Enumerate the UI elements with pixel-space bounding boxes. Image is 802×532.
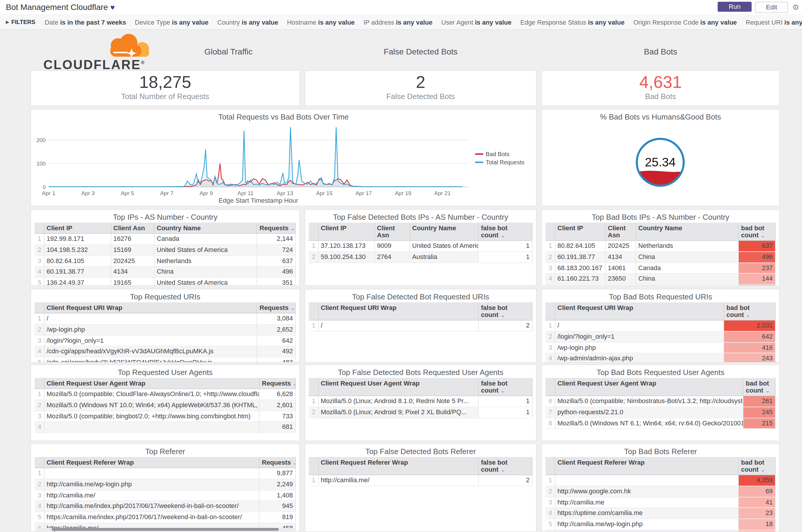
cell[interactable]: 11 (739, 530, 775, 532)
filter-item[interactable]: IP address is any value (363, 19, 433, 26)
cell[interactable]: 136.24.49.37 (44, 278, 111, 286)
column-header[interactable]: Client Asn (111, 223, 154, 233)
cell[interactable]: 1,408 (259, 490, 295, 501)
column-header[interactable]: Client Asn (605, 223, 636, 241)
column-header[interactable]: false bot count⌄ (478, 223, 532, 241)
cell[interactable]: 2,249 (259, 479, 295, 490)
sort-descending-icon[interactable]: ⌄ (760, 232, 765, 239)
cell[interactable]: 2,144 (257, 233, 295, 245)
cell[interactable]: Mozilla/5.0 (compatible; Nimbostratus-Bo… (555, 396, 743, 407)
cell[interactable]: China (636, 273, 739, 285)
cell[interactable]: 41 (739, 497, 775, 508)
column-header[interactable]: Country Name (154, 223, 257, 233)
cell[interactable]: Netherlands (154, 255, 257, 267)
cell[interactable]: China (636, 252, 739, 263)
cell[interactable]: 202425 (605, 241, 636, 252)
cell[interactable]: /login/?login_only=1 (555, 331, 724, 342)
filters-toggle[interactable]: ▶FILTERS (6, 18, 35, 25)
cell[interactable]: /wp-admin/admin-ajax.php (555, 353, 724, 363)
cell[interactable]: 416 (724, 342, 775, 353)
cell[interactable]: 215 (743, 418, 775, 429)
column-header[interactable]: false bot count⌄ (478, 457, 532, 475)
column-header[interactable]: Client IP (318, 223, 374, 241)
cell[interactable]: 1 (478, 241, 532, 252)
cell[interactable]: 61.160.221.73 (555, 273, 605, 285)
cell[interactable]: 23 (739, 508, 775, 519)
cell[interactable]: 80.82.64.105 (44, 255, 111, 267)
cell[interactable] (555, 475, 739, 486)
cell[interactable]: 192.99.8.171 (44, 233, 111, 245)
sort-descending-icon[interactable]: ⌄ (765, 387, 770, 394)
column-header[interactable]: Country Name (409, 223, 478, 241)
filter-item[interactable]: Date is in the past 7 weeks (45, 19, 126, 26)
legend-label[interactable]: Bad Bots (486, 151, 509, 157)
column-header[interactable]: false bot count⌄ (478, 302, 532, 320)
cell[interactable]: Canada (636, 263, 739, 273)
cell[interactable]: 60.191.38.77 (44, 267, 111, 278)
cell[interactable]: 724 (257, 245, 295, 256)
cell[interactable]: 14061 (605, 263, 636, 273)
sort-descending-icon[interactable]: ⌄ (500, 312, 505, 318)
cell[interactable]: United States of America (154, 245, 257, 256)
cell[interactable]: Mozilla/5.0 (compatible; bingbot/2.0; +h… (44, 411, 259, 422)
cell[interactable]: United States of America (409, 241, 478, 252)
filter-item[interactable]: Country is any value (217, 19, 278, 26)
scrollbar-thumb[interactable] (51, 528, 279, 531)
cell[interactable]: 3,084 (257, 313, 295, 324)
cell[interactable]: 18 (739, 519, 775, 530)
cell[interactable]: http://www.google.com.hk (555, 486, 739, 497)
cell[interactable]: 69 (739, 486, 775, 497)
cell[interactable]: 819 (259, 512, 295, 523)
cell[interactable]: 1 (478, 252, 532, 263)
column-header[interactable]: Client Request User Agent Wrap (318, 378, 478, 396)
cell[interactable]: 237 (739, 263, 775, 273)
cell[interactable]: / (318, 320, 478, 331)
cell[interactable]: 496 (257, 267, 295, 278)
cell[interactable]: 2 (478, 320, 532, 331)
cell[interactable]: https://camilia.me/index.php/2017/06/17/… (44, 512, 259, 523)
cell[interactable] (636, 284, 739, 286)
sort-descending-icon[interactable]: ⌄ (293, 459, 295, 466)
cell[interactable]: 4134 (111, 267, 154, 278)
cell[interactable]: /cdn-cgi/apps/head/xVgyKhR-vV3dAUGhMqfBc… (44, 346, 257, 357)
cell[interactable]: China (154, 267, 257, 278)
cell[interactable]: /login/?login_only=1 (44, 335, 257, 346)
kpi-value[interactable]: 4,631 (542, 73, 779, 92)
column-header[interactable]: Client Request Referer Wrap (555, 457, 739, 475)
cell[interactable]: 37.120.138.173 (318, 241, 374, 252)
sort-descending-icon[interactable]: ⌄ (500, 232, 505, 239)
cell[interactable]: python-requests/2.21.0 (555, 407, 743, 418)
cell[interactable]: /cdn-cgi/apps/body/3Lh52SjWTQ4HRlErJykHq… (44, 357, 257, 363)
filter-item[interactable]: Edge Response Status is any value (520, 19, 625, 26)
sort-descending-icon[interactable]: ⌄ (290, 305, 295, 311)
sort-descending-icon[interactable]: ⌄ (500, 467, 505, 473)
cell[interactable]: 642 (724, 331, 775, 342)
cell[interactable]: 19165 (111, 278, 154, 286)
column-header[interactable]: bad bot count⌄ (739, 457, 775, 475)
cell[interactable] (44, 422, 259, 433)
column-header[interactable]: Client IP (555, 223, 605, 241)
cell[interactable]: http://camilia.me/ (44, 490, 259, 501)
cell[interactable]: 2,652 (257, 324, 295, 336)
cell[interactable]: 945 (259, 501, 295, 512)
horizontal-scrollbar[interactable] (36, 528, 295, 531)
cell[interactable]: 16276 (111, 233, 154, 245)
cell[interactable]: 68.183.200.167 (555, 263, 605, 273)
series-line-total-requests[interactable] (49, 127, 462, 187)
cell[interactable]: / (555, 320, 724, 331)
column-header[interactable]: Client IP (44, 223, 111, 233)
cell[interactable]: Canada (154, 233, 257, 245)
cell[interactable]: 1 (478, 407, 532, 418)
cell[interactable]: 4,359 (739, 475, 775, 486)
cell[interactable]: 59.100.254.130 (318, 252, 374, 263)
cell[interactable]: /wp-login.php (44, 324, 257, 336)
column-header[interactable]: false bot count⌄ (478, 378, 532, 396)
cell[interactable]: 144 (739, 273, 775, 285)
cell[interactable]: 1 (478, 396, 532, 407)
column-header[interactable]: Requests⌄ (259, 457, 295, 468)
column-header[interactable]: Client Request User Agent Wrap (44, 378, 259, 389)
cell[interactable]: 733 (259, 411, 295, 422)
timeseries-chart[interactable]: 0100200Apr 1Apr 3Apr 5Apr 7Apr 9Apr 11Ap… (31, 122, 530, 205)
cell[interactable]: 202425 (111, 255, 154, 267)
cell[interactable]: https://uptime.com/camilia.me (555, 508, 739, 519)
